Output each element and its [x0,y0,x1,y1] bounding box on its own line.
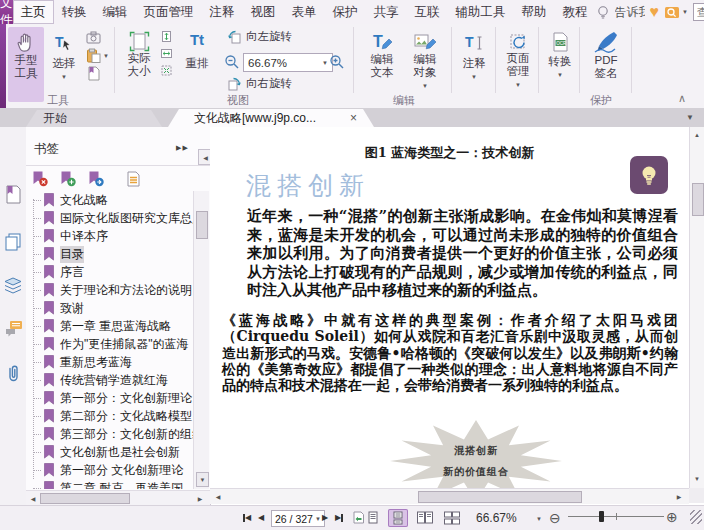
bookmark-vertical-scrollbar[interactable]: ▼ [193,191,209,489]
first-page-button[interactable]: ◀ [243,513,251,522]
bookmark-item[interactable]: 第一部分 文化创新理论 [26,461,193,479]
page-management-button[interactable]: 页面管理 ▼ [499,27,537,102]
bookmark-item[interactable]: 关于理论和方法论的说明 [26,281,193,299]
page-dropdown-icon[interactable]: ▼ [315,516,321,522]
scrollbar-thumb[interactable] [692,183,704,216]
menu-tab-form[interactable]: 表单 [284,0,325,24]
scroll-left-icon[interactable]: ◀ [27,492,39,504]
snapshot-button[interactable] [86,30,101,45]
menu-tab-comment[interactable]: 注释 [202,0,243,24]
scrollbar-thumb[interactable] [40,493,130,504]
menu-tab-convert[interactable]: 转换 [54,0,95,24]
convert-dropdown-icon[interactable]: ▼ [557,69,563,82]
bookmark-horizontal-scrollbar[interactable]: ◀ ▶ [26,490,210,505]
scroll-right-icon[interactable]: ▶ [673,490,685,502]
scroll-right-icon[interactable]: ▶ [194,492,206,504]
find-input[interactable] [693,3,704,21]
pages-panel-button[interactable] [4,233,22,251]
page-management-dropdown-icon[interactable]: ▼ [515,79,521,92]
bookmark-item[interactable]: 传统营销学造就红海 [26,371,193,389]
tab-start[interactable]: 开始 [26,110,179,127]
reflow-button[interactable]: Tt 重排 [178,27,216,103]
scroll-down-icon[interactable]: ▼ [196,472,209,487]
add-bookmark-button[interactable] [60,171,76,187]
bookmark-item[interactable]: 文化战略 [26,191,193,209]
attachments-panel-button[interactable] [4,364,22,383]
menu-tab-share[interactable]: 共享 [366,0,407,24]
hand-tool-button[interactable]: 手型工具 [8,27,44,102]
bookmark-item-selected[interactable]: 目录 [26,245,193,263]
bookmark-item[interactable]: 第一章 重思蓝海战略 [26,317,193,335]
comments-panel-button[interactable] [4,320,23,338]
facing-layout-button[interactable] [415,509,435,527]
bookmark-item[interactable]: 中译本序 [26,227,193,245]
expand-bookmarks-button[interactable] [126,171,141,187]
menu-tab-connect[interactable]: 互联 [407,0,448,24]
zoom-level-combobox[interactable]: 66.67% ▼ [243,53,333,72]
bookmark-item[interactable]: 第一部分：文化创新理论 [26,389,193,407]
zoom-out-button[interactable] [224,54,239,69]
tell-me-bulb-icon[interactable] [596,5,610,20]
scroll-left-icon[interactable]: ◀ [212,490,224,502]
continuous-facing-layout-button[interactable] [442,509,462,527]
tab-document-active[interactable]: 文化战略[www.j9p.co... × [168,109,400,127]
clipboard-dropdown-icon[interactable]: ▼ [103,53,109,59]
menu-tab-tutorial[interactable]: 教程 [555,0,596,24]
previous-page-button[interactable]: ◀ [258,513,264,522]
panel-expand-icon[interactable]: ▶▶ [176,144,189,152]
pdf-sign-button[interactable]: PDF签名 [583,27,629,100]
scrollbar-thumb[interactable] [418,491,582,503]
search-dropdown-icon[interactable]: ▼ [682,9,688,15]
bookmark-item[interactable]: 重新思考蓝海 [26,353,193,371]
tab-close-icon[interactable]: × [350,111,357,125]
continuous-layout-button[interactable] [388,509,408,527]
edit-object-dropdown-icon[interactable]: ▼ [422,80,428,93]
fit-width-button[interactable] [160,47,173,60]
goto-bookmark-button[interactable] [88,171,104,187]
collapse-ribbon-button[interactable]: ∧ [678,92,686,105]
clipboard-button[interactable]: ▼ [86,48,109,63]
bookmark-item[interactable]: 第二章 耐克，再造美国 [26,479,193,489]
bookmark-page-button[interactable] [86,66,101,81]
edit-text-button[interactable]: T 编辑文本 [362,27,402,101]
search-folder-icon[interactable]: ▼ [664,4,688,20]
edit-object-button[interactable]: 编辑对象 ▼ [404,27,446,101]
comment-button[interactable]: T 注释 ▼ [456,27,492,103]
menu-tab-protect[interactable]: 保护 [325,0,366,24]
pdf-horizontal-scrollbar[interactable]: ◀ ▶ [210,488,689,504]
tell-me-label[interactable]: 告诉我 [615,4,645,21]
menu-tab-accessibility[interactable]: 辅助工具 [448,0,514,24]
bookmarks-panel-button[interactable] [4,185,22,204]
menu-tab-home[interactable]: 主页 [13,0,54,24]
menu-tab-page-management[interactable]: 页面管理 [136,0,202,24]
fit-visible-button[interactable] [160,64,173,77]
bookmark-item[interactable]: 文化创新也是社会创新 [26,443,193,461]
menu-tab-edit[interactable]: 编辑 [95,0,136,24]
fit-page-button[interactable] [160,30,173,43]
pdf-page-view[interactable]: 图1 蓝海类型之一：技术创新 混搭创新 近年来，一种“混搭”的创新主张渐成影响。… [210,127,689,488]
zoom-dropdown-icon[interactable]: ▼ [536,516,542,522]
scroll-down-icon[interactable]: ▼ [691,473,703,485]
select-dropdown-icon[interactable]: ▼ [61,71,67,84]
zoom-in-icon[interactable]: ⊕ [666,509,678,525]
file-menu-button[interactable]: 文件 [0,0,13,24]
heart-like-icon[interactable]: ♥ [650,5,660,19]
page-number-field[interactable]: 26 / 327 ▼ [271,510,325,527]
menu-tab-help[interactable]: 帮助 [514,0,555,24]
delete-bookmark-button[interactable] [32,171,48,187]
rotate-right-button[interactable]: 向右旋转 [227,76,292,91]
tab-list-dropdown-icon[interactable]: ▼ [686,113,694,122]
bookmark-item[interactable]: 国际文化版图研究文库总序 [26,209,193,227]
bookmark-item[interactable]: 作为"更佳捕鼠器"的蓝海 [26,335,193,353]
next-page-button[interactable]: ▶ [322,513,328,522]
bookmark-item[interactable]: 序言 [26,263,193,281]
layers-panel-button[interactable] [4,277,22,295]
zoom-out-icon[interactable]: ⊖ [549,510,561,526]
bookmark-item[interactable]: 第二部分：文化战略模型 [26,407,193,425]
select-tool-button[interactable]: T 选择 ▼ [46,27,82,103]
single-page-layout-button[interactable] [363,509,383,527]
zoom-slider-handle[interactable] [599,511,604,522]
last-page-button[interactable]: ▶ [335,513,343,522]
actual-size-button[interactable]: 实际大小 [119,27,159,101]
zoom-in-button[interactable] [329,54,344,69]
